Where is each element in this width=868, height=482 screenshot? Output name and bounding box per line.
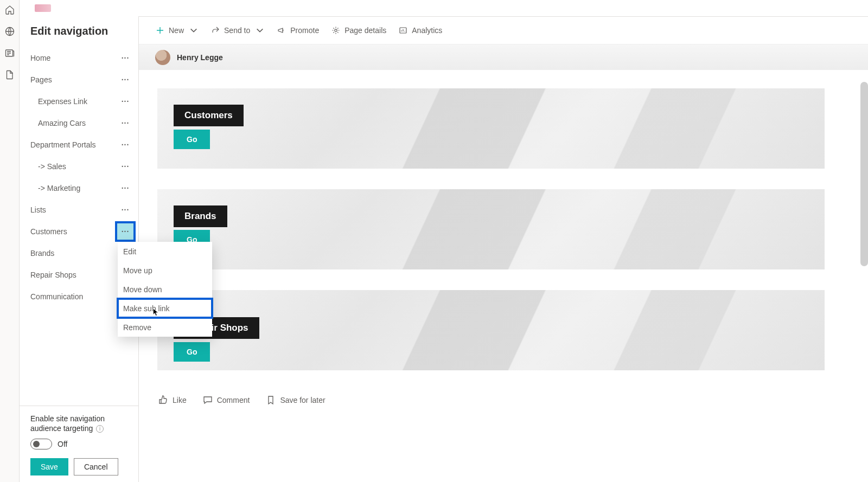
nav-item-amazing-cars[interactable]: Amazing Cars ··· (20, 112, 138, 134)
menu-edit[interactable]: Edit (118, 242, 212, 261)
nav-item-pages[interactable]: Pages ··· (20, 69, 138, 91)
panel-buttons: Save Cancel (30, 458, 127, 475)
tile-repair-shops[interactable]: Repair Shops Go (157, 290, 825, 370)
like-icon (158, 395, 168, 405)
nav-item-label: Repair Shops (30, 271, 76, 279)
nav-item-sales[interactable]: -> Sales ··· (20, 156, 138, 177)
new-button[interactable]: New (155, 25, 199, 35)
nav-item-label: Pages (30, 75, 52, 84)
menu-make-sub-link-label: Make sub link (123, 304, 170, 313)
scrollbar-thumb[interactable] (860, 82, 868, 266)
tile-customers[interactable]: Customers Go (157, 88, 825, 169)
chevron-down-icon (255, 25, 265, 35)
nav-item-label: Brands (30, 249, 54, 258)
like-button[interactable]: Like (158, 395, 187, 405)
nav-item-context-menu: Edit Move up Move down Make sub link Rem… (118, 242, 212, 337)
menu-make-sub-link[interactable]: Make sub link (118, 299, 212, 318)
nav-item-label: Communication (30, 292, 83, 301)
targeting-toggle[interactable] (30, 439, 52, 449)
menu-move-down[interactable]: Move down (118, 280, 212, 299)
comment-button[interactable]: Comment (203, 395, 250, 405)
tile-title: Brands (174, 205, 227, 227)
menu-remove[interactable]: Remove (118, 318, 212, 337)
gear-icon (331, 25, 341, 35)
nav-item-label: Home (30, 54, 50, 62)
more-icon[interactable]: ··· (117, 223, 134, 240)
share-icon (210, 25, 220, 35)
nav-item-customers[interactable]: Customers ··· (20, 221, 138, 242)
more-icon[interactable]: ··· (117, 71, 134, 88)
audience-targeting-label: Enable site navigation audience targetin… (30, 414, 127, 433)
cancel-button[interactable]: Cancel (74, 458, 118, 475)
save-for-later-button[interactable]: Save for later (266, 395, 325, 405)
nav-item-home[interactable]: Home ··· (20, 47, 138, 69)
new-label: New (169, 26, 184, 35)
more-icon[interactable]: ··· (117, 179, 134, 197)
social-row: Like Comment Save for later (157, 391, 825, 409)
send-to-label: Send to (224, 26, 250, 35)
promote-button[interactable]: Promote (277, 25, 319, 35)
tile-brands[interactable]: Brands Go (157, 189, 825, 269)
nav-item-label: Expenses Link (38, 97, 87, 106)
comment-label: Comment (217, 396, 250, 404)
main-content: New Send to Promote Page details (139, 16, 868, 482)
nav-item-label: -> Marketing (38, 184, 80, 192)
more-icon[interactable]: ··· (117, 49, 134, 67)
globe-icon[interactable] (4, 26, 15, 37)
page-details-button[interactable]: Page details (331, 25, 386, 35)
nav-list: Home ··· Pages ··· Expenses Link ··· Ama… (20, 47, 138, 406)
site-header (20, 0, 868, 16)
app-rail (0, 0, 20, 482)
nav-item-marketing[interactable]: -> Marketing ··· (20, 177, 138, 199)
analytics-button[interactable]: Analytics (398, 25, 442, 35)
megaphone-icon (277, 25, 286, 35)
file-icon[interactable] (4, 69, 15, 80)
home-icon[interactable] (4, 4, 15, 15)
menu-move-up[interactable]: Move up (118, 261, 212, 280)
page-body: Customers Go Brands Go Repair Shops Go L… (139, 70, 868, 409)
more-icon[interactable]: ··· (117, 201, 134, 218)
go-button[interactable]: Go (174, 342, 210, 362)
send-to-button[interactable]: Send to (210, 25, 265, 35)
nav-item-label: -> Sales (38, 162, 66, 171)
author-name: Henry Legge (177, 53, 223, 62)
save-button[interactable]: Save (30, 458, 68, 475)
panel-title: Edit navigation (20, 16, 138, 47)
nav-item-department-portals[interactable]: Department Portals ··· (20, 134, 138, 156)
page-details-label: Page details (344, 26, 386, 35)
nav-item-label: Department Portals (30, 140, 96, 149)
comment-icon (203, 395, 213, 405)
promote-label: Promote (290, 26, 319, 35)
command-bar: New Send to Promote Page details (139, 17, 868, 44)
targeting-state: Off (58, 440, 67, 448)
nav-item-label: Customers (30, 227, 67, 236)
info-icon[interactable]: i (96, 425, 104, 433)
tile-title: Customers (174, 105, 244, 126)
more-icon[interactable]: ··· (117, 93, 134, 110)
avatar[interactable] (155, 50, 170, 65)
site-logo[interactable] (35, 4, 51, 12)
more-icon[interactable]: ··· (117, 114, 134, 132)
nav-item-lists[interactable]: Lists ··· (20, 199, 138, 221)
panel-footer: Enable site navigation audience targetin… (20, 406, 138, 482)
analytics-label: Analytics (412, 26, 442, 35)
like-label: Like (173, 396, 187, 404)
nav-item-label: Lists (30, 205, 46, 214)
news-icon[interactable] (4, 48, 15, 59)
save-label: Save for later (280, 396, 325, 404)
more-icon[interactable]: ··· (117, 158, 134, 175)
svg-point-2 (335, 29, 337, 31)
author-row: Henry Legge (139, 44, 868, 70)
go-button[interactable]: Go (174, 130, 210, 149)
nav-item-expenses-link[interactable]: Expenses Link ··· (20, 91, 138, 112)
analytics-icon (398, 25, 408, 35)
targeting-line1: Enable site navigation (30, 414, 105, 423)
targeting-toggle-row: Off (30, 439, 127, 449)
plus-icon (155, 25, 165, 35)
bookmark-icon (266, 395, 276, 405)
targeting-line2: audience targeting (30, 424, 93, 433)
more-icon[interactable]: ··· (117, 136, 134, 153)
nav-item-label: Amazing Cars (38, 119, 86, 127)
chevron-down-icon (189, 25, 199, 35)
